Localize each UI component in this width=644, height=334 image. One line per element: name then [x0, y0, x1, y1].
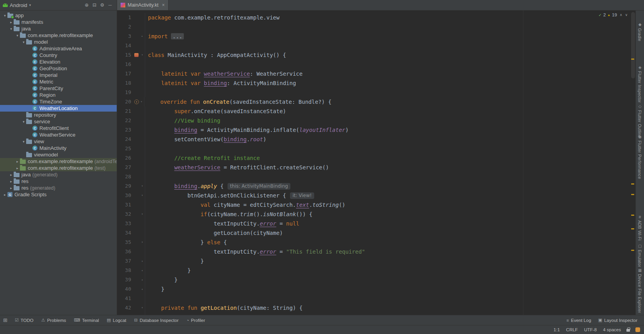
tree-item-view[interactable]: ▾view	[0, 138, 117, 145]
tree-item-app[interactable]: ▾app	[0, 12, 117, 19]
chevron-right-icon[interactable]: ▸	[15, 160, 20, 163]
fold-marker[interactable]: ▴	[140, 256, 145, 266]
class-gutter-icon[interactable]	[133, 50, 140, 60]
tree-item-service[interactable]: ▾service	[0, 118, 117, 125]
tool-button-profiler[interactable]: ◔Profiler	[183, 316, 209, 324]
tree-item-imperial[interactable]: CImperial	[0, 72, 117, 78]
tool-button-flutter-inspector[interactable]: ◈Flutter Inspector	[637, 65, 642, 103]
code-line-23[interactable]: 23 binding = ActivityMainBinding.inflate…	[117, 125, 635, 135]
chevron-down-icon[interactable]: ▾	[9, 27, 14, 31]
code-line-31[interactable]: 31 val cityName = edtCitySearch.text.toS…	[117, 200, 635, 210]
fold-marker[interactable]: ▾	[140, 50, 145, 60]
next-issue-icon[interactable]: ∨	[625, 13, 628, 17]
tree-item-com-example-retrofitexample[interactable]: ▾com.example.retrofitexample	[0, 32, 117, 39]
hide-panel-icon[interactable]: ─	[106, 2, 114, 8]
tree-item-com-example-retrofitexample[interactable]: ▸com.example.retrofitexample(test)	[0, 165, 117, 171]
code-line-17[interactable]: 17 lateinit var weatherService: WeatherS…	[117, 69, 635, 78]
tree-item-timezone[interactable]: CTimeZone	[0, 98, 117, 105]
tool-button-logcat[interactable]: ▤Logcat	[103, 316, 130, 324]
code-line-28[interactable]: 28	[117, 172, 635, 181]
notification-icon[interactable]	[635, 327, 640, 332]
chevron-right-icon[interactable]: ▸	[9, 179, 14, 183]
code-line-14[interactable]: 14	[117, 41, 635, 50]
code-line-32[interactable]: 32▾ if(cityName.trim().isNotBlank()) {	[117, 210, 635, 219]
warning-stripe-mark[interactable]	[631, 250, 634, 251]
tool-button-layout-inspector[interactable]: ▣Layout Inspector	[595, 316, 641, 324]
lock-icon[interactable]	[626, 329, 630, 332]
code-line-36[interactable]: 36 textInputCity.error = "This field is …	[117, 247, 635, 256]
tree-item-mainactivity[interactable]: CMainActivity	[0, 145, 117, 151]
chevron-down-icon[interactable]: ▾	[15, 34, 20, 37]
warning-stripe-mark[interactable]	[631, 194, 634, 195]
fold-marker[interactable]: ▴	[140, 275, 145, 284]
code-line-18[interactable]: 18 lateinit var binding: ActivityMainBin…	[117, 78, 635, 88]
chevron-right-icon[interactable]: ▸	[9, 20, 14, 24]
chevron-down-icon[interactable]: ▾	[21, 140, 26, 144]
code-line-24[interactable]: 24 setContentView(binding.root)	[117, 135, 635, 144]
code-line-38[interactable]: 38▴ }	[117, 266, 635, 275]
tool-button-gradle[interactable]: ◆Gradle	[637, 22, 642, 41]
warning-stripe-mark[interactable]	[631, 215, 634, 216]
code-line-33[interactable]: 33 textInputCity.error = null	[117, 219, 635, 228]
tree-item-manifests[interactable]: ▸manifests	[0, 19, 117, 25]
code-line-1[interactable]: 1package com.example.retrofitexample.vie…	[117, 13, 635, 22]
chevron-right-icon[interactable]: ▸	[15, 166, 20, 170]
tree-item-res[interactable]: ▸res	[0, 178, 117, 185]
code-line-37[interactable]: 37▴ }	[117, 256, 635, 266]
tree-item-res[interactable]: ▸res(generated)	[0, 185, 117, 191]
close-tab-icon[interactable]: ×	[162, 2, 165, 8]
tree-item-weatherservice[interactable]: CWeatherService	[0, 131, 117, 138]
warning-stripe-mark[interactable]	[631, 183, 634, 185]
tree-item-gradle-scripts[interactable]: ▸GGradle Scripts	[0, 191, 117, 198]
tree-item-region[interactable]: CRegion	[0, 92, 117, 98]
tree-item-java[interactable]: ▾java	[0, 25, 117, 32]
tool-button-emulator[interactable]: ▢Emulator	[637, 244, 642, 267]
code-line-29[interactable]: 29▾ binding.apply { this: ActivityMainBi…	[117, 181, 635, 191]
fold-marker[interactable]: ▾	[140, 191, 145, 200]
tree-item-administrativearea[interactable]: CAdministrativeArea	[0, 45, 117, 52]
status-item[interactable]: UTF-8	[584, 327, 597, 332]
tree-item-viewmodel[interactable]: viewmodel	[0, 151, 117, 158]
code-area[interactable]: 1package com.example.retrofitexample.vie…	[117, 11, 635, 315]
tree-item-repository[interactable]: repository	[0, 112, 117, 118]
tool-button-event-log[interactable]: ≡Event Log	[563, 317, 594, 324]
code-line-40[interactable]: 40▴ }	[117, 284, 635, 294]
code-line-43[interactable]: 43 weatherService.getLocation(BuildConfi…	[117, 313, 635, 315]
project-view-selector[interactable]: Android	[10, 2, 27, 8]
code-line-26[interactable]: 26 //create Retrofit instance	[117, 153, 635, 163]
code-line-30[interactable]: 30▾ btnGetApi.setOnClickListener { it: V…	[117, 191, 635, 200]
tree-item-metric[interactable]: CMetric	[0, 78, 117, 85]
tab-mainactivity[interactable]: MainActivity.kt ×	[117, 0, 169, 10]
tree-item-geoposition[interactable]: CGeoPosition	[0, 65, 117, 72]
fold-marker[interactable]: ▾	[140, 181, 145, 191]
tree-item-weatherlocation[interactable]: CWeatherLocation	[0, 105, 117, 112]
tool-button-terminal[interactable]: ⌨Terminal	[70, 316, 102, 324]
tree-item-retrofitclient[interactable]: CRetrofitClient	[0, 125, 117, 131]
chevron-down-icon[interactable]: ▾	[21, 40, 26, 44]
tree-item-elevation[interactable]: CElevation	[0, 59, 117, 65]
status-item[interactable]: 4 spaces	[603, 327, 621, 332]
prev-issue-icon[interactable]: ∧	[620, 13, 623, 17]
locate-file-icon[interactable]: ⊕	[83, 2, 91, 8]
chevron-down-icon[interactable]: ▾	[21, 120, 26, 124]
code-line-27[interactable]: 27 weatherService = RetrofitClient.creat…	[117, 163, 635, 172]
fold-marker[interactable]: ▾	[140, 303, 145, 313]
code-line-34[interactable]: 34 getLocation(cityName)	[117, 228, 635, 238]
code-line-41[interactable]: 41	[117, 294, 635, 303]
status-item[interactable]: CRLF	[566, 327, 578, 332]
fold-marker[interactable]: ▾	[139, 97, 144, 107]
tool-button-flutter-performance[interactable]: ◉Flutter Performance	[637, 135, 642, 179]
tool-button-device-file-explorer[interactable]: ▦Device File Explorer	[637, 268, 642, 313]
code-line-2[interactable]: 2	[117, 22, 635, 32]
code-line-20[interactable]: 20↑▾ override fun onCreate(savedInstance…	[117, 97, 635, 107]
fold-marker[interactable]: ▸	[140, 32, 145, 41]
warning-stripe-mark[interactable]	[631, 59, 634, 60]
tree-item-com-example-retrofitexample[interactable]: ▸com.example.retrofitexample(androidTest…	[0, 158, 117, 165]
error-stripe[interactable]	[630, 11, 635, 315]
tool-button-problems[interactable]: ⚠Problems	[38, 316, 69, 324]
settings-gear-icon[interactable]: ⚙	[98, 2, 106, 8]
fold-marker[interactable]: ▴	[140, 284, 145, 294]
code-line-22[interactable]: 22 //View binding	[117, 116, 635, 125]
tree-item-parentcity[interactable]: CParentCity	[0, 85, 117, 92]
tree-item-country[interactable]: CCountry	[0, 52, 117, 59]
